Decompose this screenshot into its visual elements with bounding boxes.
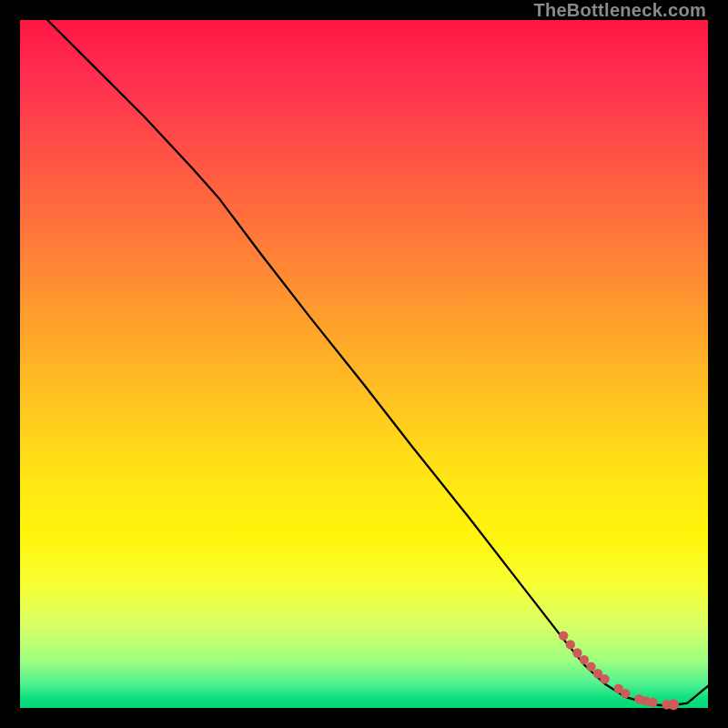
marker-point xyxy=(580,655,589,664)
marker-point xyxy=(572,648,581,657)
marker-point xyxy=(621,689,630,698)
chart-frame: TheBottleneck.com xyxy=(0,0,728,728)
marker-point xyxy=(586,662,595,671)
chart-line xyxy=(47,20,708,705)
watermark: TheBottleneck.com xyxy=(533,0,706,21)
marker-point xyxy=(559,631,568,640)
marker-point xyxy=(600,674,609,683)
marker-point xyxy=(648,698,657,707)
marker-point xyxy=(566,640,575,649)
curve-line xyxy=(47,20,708,705)
chart-overlay xyxy=(20,20,708,708)
chart-markers xyxy=(559,631,679,710)
marker-point-end xyxy=(668,699,679,710)
